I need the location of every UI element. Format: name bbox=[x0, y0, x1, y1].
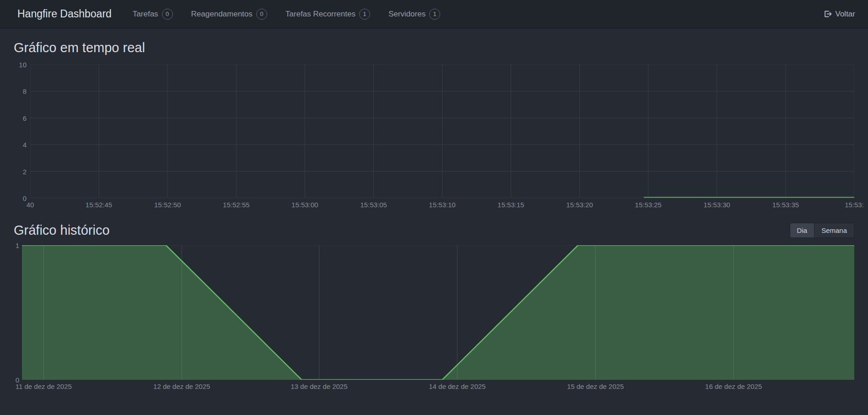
nav-item-tarefas-recorrentes[interactable]: Tarefas Recorrentes 1 bbox=[276, 0, 379, 28]
nav-item-label: Servidores bbox=[388, 10, 426, 19]
x-axis-tick: 15:52:55 bbox=[223, 201, 249, 209]
nav-item-label: Tarefas Recorrentes bbox=[286, 10, 356, 19]
back-label: Voltar bbox=[836, 10, 855, 19]
x-axis-tick: 15:52:50 bbox=[154, 201, 181, 209]
nav-item: Servidores 1 bbox=[379, 0, 449, 28]
realtime-plot-row: 0246810 bbox=[14, 65, 854, 198]
nav-item: Tarefas 0 bbox=[124, 0, 182, 28]
history-header: Gráfico histórico Dia Semana bbox=[14, 223, 854, 238]
count-badge: 0 bbox=[162, 9, 173, 20]
x-axis-tick: 40 bbox=[27, 201, 34, 209]
day-button[interactable]: Dia bbox=[790, 223, 814, 238]
nav-item-label: Reagendamentos bbox=[191, 10, 253, 19]
x-axis-tick: 15:53:35 bbox=[772, 201, 799, 209]
x-axis-tick: 12 de dez de 2025 bbox=[153, 383, 210, 390]
y-axis-tick: 10 bbox=[19, 61, 27, 69]
y-axis-tick: 4 bbox=[23, 141, 27, 149]
week-button[interactable]: Semana bbox=[814, 223, 854, 238]
logout-icon bbox=[823, 10, 832, 18]
realtime-x-axis: 4015:52:4515:52:5015:52:5515:53:0015:53:… bbox=[30, 200, 854, 211]
nav-item-tarefas[interactable]: Tarefas 0 bbox=[124, 0, 182, 28]
brand-link[interactable]: Hangfire Dashboard bbox=[17, 8, 112, 20]
history-x-axis: 11 de dez de 202512 de dez de 202513 de … bbox=[22, 382, 854, 393]
history-plot-row: 01 bbox=[14, 245, 854, 380]
x-axis-tick: 15:53:00 bbox=[291, 201, 318, 209]
y-axis-tick: 8 bbox=[23, 87, 27, 95]
nav-item-servidores[interactable]: Servidores 1 bbox=[379, 0, 449, 28]
x-axis-tick: 15:53:20 bbox=[566, 201, 593, 209]
x-axis-tick: 15:53:25 bbox=[635, 201, 662, 209]
x-axis-tick: 15 de dez de 2025 bbox=[567, 383, 624, 390]
history-title: Gráfico histórico bbox=[14, 223, 110, 238]
realtime-chart: 0246810 4015:52:4515:52:5015:52:5515:53:… bbox=[14, 65, 854, 211]
y-axis-tick: 2 bbox=[23, 167, 27, 175]
nav-item: Tarefas Recorrentes 1 bbox=[276, 0, 379, 28]
realtime-title: Gráfico em tempo real bbox=[14, 40, 854, 55]
nav-menu: Tarefas 0 Reagendamentos 0 Tarefas Recor… bbox=[124, 0, 449, 28]
x-axis-tick: 15:53:15 bbox=[497, 201, 524, 209]
realtime-y-axis: 0246810 bbox=[14, 65, 30, 198]
x-axis-tick: 15:53:05 bbox=[360, 201, 387, 209]
y-axis-tick: 6 bbox=[23, 114, 27, 122]
history-y-axis: 01 bbox=[14, 245, 22, 380]
x-axis-tick: 15:52:45 bbox=[86, 201, 112, 209]
realtime-plot-area bbox=[30, 65, 854, 198]
navbar: Hangfire Dashboard Tarefas 0 Reagendamen… bbox=[0, 0, 868, 28]
nav-item-label: Tarefas bbox=[133, 10, 158, 19]
x-axis-tick: 15:53: bbox=[845, 201, 864, 209]
count-badge: 0 bbox=[256, 9, 267, 20]
back-link[interactable]: Voltar bbox=[823, 10, 855, 19]
x-axis-tick: 11 de dez de 2025 bbox=[16, 383, 72, 390]
y-axis-tick: 1 bbox=[16, 242, 19, 249]
x-axis-tick: 15:53:10 bbox=[429, 201, 455, 209]
nav-item-reagendamentos[interactable]: Reagendamentos 0 bbox=[182, 0, 276, 28]
history-plot-area bbox=[22, 245, 854, 380]
nav-item: Reagendamentos 0 bbox=[182, 0, 276, 28]
history-chart-svg bbox=[22, 245, 854, 380]
x-axis-tick: 16 de dez de 2025 bbox=[705, 383, 762, 390]
realtime-chart-svg bbox=[30, 65, 854, 198]
x-axis-tick: 15:53:30 bbox=[704, 201, 730, 209]
count-badge: 1 bbox=[429, 9, 440, 20]
x-axis-tick: 14 de dez de 2025 bbox=[429, 383, 485, 390]
history-chart: 01 11 de dez de 202512 de dez de 202513 … bbox=[14, 245, 854, 393]
period-toggle: Dia Semana bbox=[790, 223, 854, 238]
x-axis-tick: 13 de dez de 2025 bbox=[291, 383, 347, 390]
count-badge: 1 bbox=[359, 9, 370, 20]
main-content: Gráfico em tempo real 0246810 4015:52:45… bbox=[0, 40, 868, 393]
